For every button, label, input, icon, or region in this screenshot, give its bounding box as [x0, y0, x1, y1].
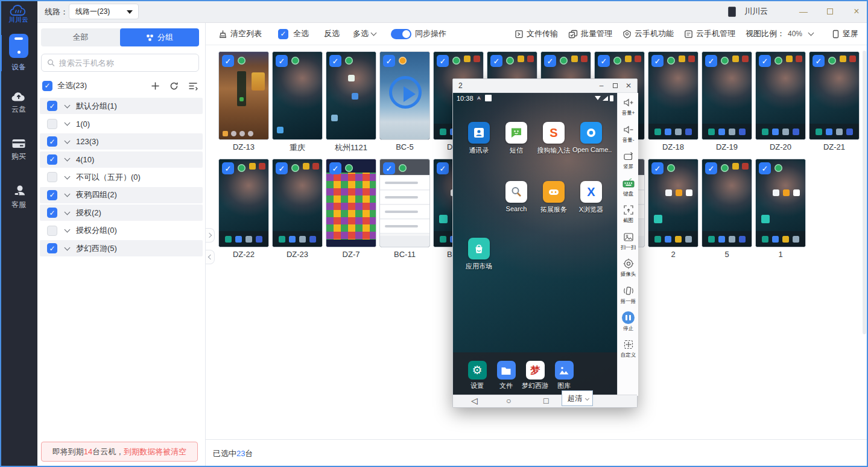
phone-app[interactable]: Open Came..: [572, 122, 610, 153]
card-checkbox[interactable]: ✓: [705, 55, 717, 67]
device-card[interactable]: ✓: [326, 159, 376, 247]
device-card[interactable]: ✓: [809, 51, 860, 140]
card-checkbox[interactable]: ✓: [544, 55, 556, 67]
group-checkbox[interactable]: [47, 172, 57, 182]
phone-screen[interactable]: 10:38 A 通讯录短信S搜狗输入法Open Came..Search拓展服务…: [453, 93, 617, 396]
device-card[interactable]: ✓: [272, 51, 323, 140]
select-all-checkbox[interactable]: [42, 81, 52, 91]
stop-button[interactable]: 停止: [618, 311, 639, 332]
card-checkbox[interactable]: ✓: [437, 55, 449, 67]
popup-minimize-button[interactable]: –: [595, 79, 608, 92]
vertical-scrollbar[interactable]: [863, 51, 866, 334]
cloud-phone-manage-button[interactable]: 云手机管理: [684, 28, 735, 39]
phone-dock-app[interactable]: ⚙设置: [463, 361, 492, 390]
chevron-down-icon[interactable]: [65, 227, 71, 233]
group-checkbox[interactable]: [47, 190, 57, 200]
collapse-list-icon[interactable]: [188, 81, 198, 91]
device-card[interactable]: ✓: [379, 159, 430, 247]
phone-app[interactable]: 通讯录: [460, 122, 498, 155]
nav-back-button[interactable]: ◁: [471, 396, 478, 405]
card-checkbox[interactable]: ✓: [651, 162, 664, 174]
portrait-button[interactable]: 竖屏: [832, 28, 858, 39]
group-row[interactable]: 123(3): [40, 133, 203, 150]
card-checkbox[interactable]: ✓: [329, 55, 341, 67]
tab-all[interactable]: 全部: [41, 28, 120, 46]
view-ratio-dropdown[interactable]: 视图比例： 40%: [746, 28, 813, 39]
sidebar-item-devices[interactable]: 设备: [0, 34, 37, 72]
phone-app[interactable]: S搜狗输入法: [535, 122, 572, 155]
group-row[interactable]: 4(10): [40, 151, 203, 168]
control-button[interactable]: 音量+: [618, 97, 639, 117]
card-checkbox[interactable]: ✓: [383, 162, 395, 174]
card-checkbox[interactable]: ✓: [759, 55, 771, 67]
search-input[interactable]: [59, 59, 193, 68]
clear-list-button[interactable]: 清空列表: [218, 28, 262, 39]
invert-select-button[interactable]: 反选: [324, 28, 340, 39]
card-checkbox[interactable]: ✓: [222, 162, 234, 174]
batch-manage-button[interactable]: 批量管理: [568, 28, 612, 39]
group-row[interactable]: 授权分组(0): [40, 223, 203, 239]
device-card[interactable]: ✓: [755, 159, 806, 247]
control-button[interactable]: 摇一摇: [618, 285, 639, 305]
popup-titlebar[interactable]: 2 – ✕: [453, 79, 637, 93]
group-checkbox[interactable]: [47, 136, 57, 147]
card-checkbox[interactable]: ✓: [276, 162, 288, 174]
group-checkbox[interactable]: [47, 154, 57, 165]
panel-expand-handle[interactable]: [206, 228, 215, 243]
group-row[interactable]: 不可以（五开）(0): [40, 169, 203, 185]
phone-app[interactable]: XX浏览器: [572, 181, 610, 214]
device-card[interactable]: ✓: [326, 51, 376, 140]
card-checkbox[interactable]: ✓: [705, 162, 717, 174]
sidebar-item-purchase[interactable]: 购买: [0, 138, 37, 162]
group-checkbox[interactable]: [47, 243, 57, 253]
device-card[interactable]: ✓: [272, 159, 323, 247]
popup-maximize-button[interactable]: [609, 79, 622, 92]
sidebar-item-cloud-disk[interactable]: 云盘: [0, 91, 37, 115]
sync-ops-toggle[interactable]: [391, 29, 411, 39]
card-checkbox[interactable]: ✓: [329, 162, 341, 174]
device-card[interactable]: ✓: [218, 159, 269, 247]
card-checkbox[interactable]: ✓: [383, 55, 395, 67]
nav-recents-button[interactable]: □: [543, 396, 548, 405]
chevron-down-icon[interactable]: [65, 138, 71, 144]
chevron-down-icon[interactable]: [65, 120, 71, 126]
chevron-down-icon[interactable]: [65, 173, 71, 179]
chevron-down-icon[interactable]: [65, 156, 71, 162]
sidebar-item-support[interactable]: 客服: [0, 185, 37, 210]
card-checkbox[interactable]: ✓: [276, 55, 288, 67]
panel-collapse-handle[interactable]: [206, 250, 215, 264]
control-button[interactable]: 摄像头: [618, 258, 639, 278]
toolbar-select-all-checkbox[interactable]: [278, 29, 288, 39]
multi-select-dropdown[interactable]: 多选: [353, 28, 376, 39]
close-button[interactable]: ×: [851, 6, 862, 17]
card-checkbox[interactable]: ✓: [437, 162, 449, 174]
phone-dock-app[interactable]: 文件: [492, 361, 521, 390]
phone-app[interactable]: 拓展服务: [535, 181, 572, 214]
chevron-down-icon[interactable]: [65, 209, 71, 215]
device-card[interactable]: ✓: [648, 159, 699, 247]
group-row[interactable]: 授权(2): [40, 205, 203, 221]
group-checkbox[interactable]: [47, 119, 57, 129]
card-checkbox[interactable]: ✓: [651, 55, 664, 67]
tab-groups[interactable]: 分组: [120, 28, 199, 46]
minimize-button[interactable]: —: [798, 6, 809, 17]
phone-app[interactable]: Search: [498, 181, 535, 212]
group-checkbox[interactable]: [47, 101, 57, 111]
control-button[interactable]: 扫一扫: [618, 231, 639, 252]
cloud-phone-features-button[interactable]: 云手机功能: [622, 28, 674, 39]
line-select[interactable]: 线路一(23): [69, 4, 139, 19]
card-checkbox[interactable]: ✓: [759, 162, 771, 174]
group-checkbox[interactable]: [47, 208, 57, 218]
card-checkbox[interactable]: ✓: [490, 55, 502, 67]
group-row[interactable]: 夜鸦四组(2): [40, 187, 203, 203]
phone-app[interactable]: 短信: [498, 122, 535, 155]
add-group-icon[interactable]: [151, 81, 160, 91]
toolbar-select-all-label[interactable]: 全选: [293, 28, 309, 39]
control-button[interactable]: 键盘: [618, 177, 639, 198]
card-checkbox[interactable]: ✓: [813, 55, 825, 67]
chevron-down-icon[interactable]: [65, 102, 71, 108]
refresh-icon[interactable]: [169, 81, 179, 91]
card-checkbox[interactable]: ✓: [598, 55, 610, 67]
expiry-warning-banner[interactable]: 即将到期14台云机，到期数据将被清空: [41, 442, 198, 462]
group-row[interactable]: 梦幻西游(5): [40, 240, 203, 256]
